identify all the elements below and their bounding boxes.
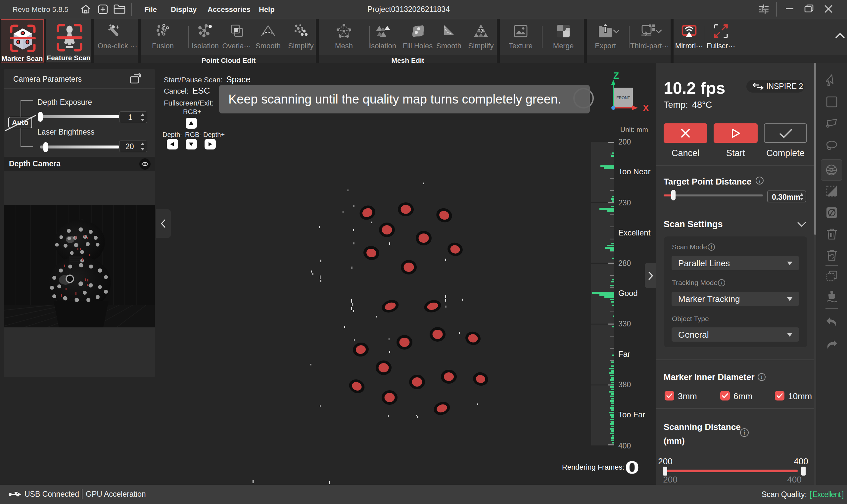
svg-text:Z: Z bbox=[613, 70, 619, 81]
svg-text:FRONT: FRONT bbox=[616, 95, 630, 100]
svg-text:X: X bbox=[643, 103, 649, 113]
